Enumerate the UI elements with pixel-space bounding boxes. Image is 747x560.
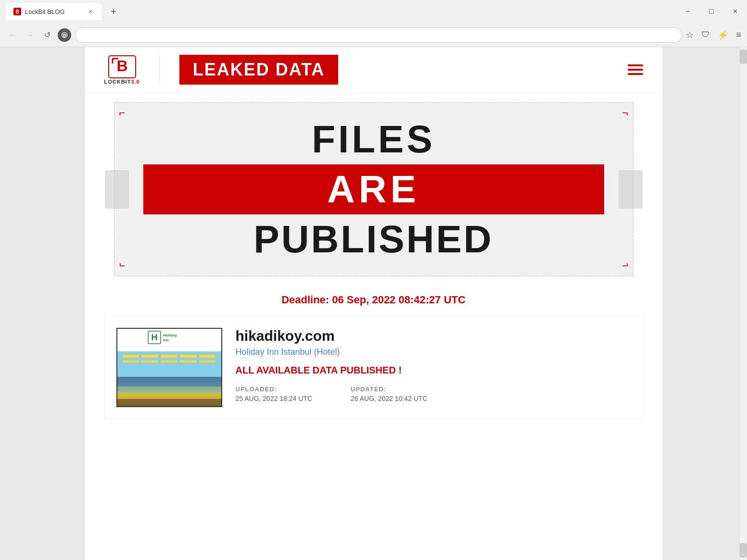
scrollbar-thumb-bottom[interactable] [740, 543, 747, 558]
updated-value: 26 AUG, 2022 10:42 UTC [351, 395, 428, 402]
target-image: H Holiday Inn [116, 328, 222, 407]
svg-text:H: H [151, 333, 157, 342]
side-decoration-left [105, 170, 129, 209]
nav-right-icons: ☆ 🛡 ⚡ ≡ [686, 30, 741, 40]
target-card: H Holiday Inn [104, 316, 643, 419]
bookmark-icon[interactable]: ☆ [686, 30, 694, 40]
extensions-icon[interactable]: ⚡ [718, 30, 728, 40]
shield-icon[interactable]: 🛡 [701, 30, 710, 40]
updated-meta: UPDATED: 26 AUG, 2022 10:42 UTC [351, 386, 428, 402]
tab-favicon: B [13, 8, 21, 15]
forward-icon: → [26, 31, 34, 39]
page-content-inner: B LOCKBIT3.0 LEAKED DATA [85, 47, 662, 560]
logo-text: LOCKBIT3.0 [104, 79, 140, 85]
menu-icon[interactable]: ≡ [736, 30, 741, 40]
address-bar[interactable] [75, 27, 682, 43]
uploaded-value: 25 AUG, 2022 18:24 UTC [236, 395, 313, 402]
svg-text:Inn: Inn [163, 338, 169, 342]
close-button[interactable]: × [729, 5, 741, 18]
target-description: Holiday Inn Istanbul (Hotel) [236, 347, 631, 357]
back-button[interactable]: ← [6, 28, 19, 42]
refresh-icon: ↺ [44, 30, 51, 39]
page-outer: B LOCKBIT3.0 LEAKED DATA [0, 47, 747, 560]
forward-button[interactable]: → [23, 28, 37, 42]
hamburger-line-2 [628, 69, 643, 71]
back-icon: ← [9, 31, 16, 39]
site-header: B LOCKBIT3.0 LEAKED DATA [85, 47, 662, 93]
hero-files: FILES [143, 117, 604, 162]
corner-bl: ⌐ [119, 261, 126, 271]
target-info: hikadikoy.com Holiday Inn Istanbul (Hote… [236, 328, 631, 402]
hotel-building-image [117, 351, 221, 407]
corner-tr: ⌐ [622, 108, 628, 118]
title-bar-right: − □ × [682, 5, 741, 18]
holiday-inn-logo: H Holiday Inn [148, 331, 191, 344]
uploaded-meta: UPLOADED: 25 AUG, 2022 18:24 UTC [236, 386, 313, 402]
building-windows [117, 351, 221, 366]
target-meta: UPLOADED: 25 AUG, 2022 18:24 UTC UPDATED… [236, 386, 631, 402]
svg-text:Holiday: Holiday [163, 333, 177, 337]
tab-close-button[interactable]: × [87, 7, 94, 16]
deadline-section: Deadline: 06 Sep, 2022 08:42:27 UTC [85, 286, 662, 316]
browser-chrome: B LockBit BLOG × + − □ × ← → ↺ D [0, 0, 747, 47]
svg-text:B: B [116, 57, 127, 75]
target-status: ALL AVAILABLE DATA PUBLISHED ! [236, 365, 631, 376]
privacy-icon: D [58, 28, 71, 42]
title-bar: B LockBit BLOG × + − □ × [0, 0, 747, 23]
maximize-button[interactable]: □ [705, 5, 718, 18]
hero-published: PUBLISHED [143, 217, 604, 261]
hamburger-line-1 [628, 64, 643, 66]
uploaded-label: UPLOADED: [236, 386, 313, 393]
corner-tl: ⌐ [119, 108, 126, 118]
nav-bar: ← → ↺ D ☆ 🛡 ⚡ ≡ [0, 23, 747, 47]
tab-title: LockBit BLOG [25, 8, 83, 15]
leaked-data-banner: LEAKED DATA [179, 55, 339, 85]
refresh-button[interactable]: ↺ [40, 28, 54, 42]
scrollbar[interactable] [739, 47, 747, 560]
lockbit-logo-icon: B [108, 55, 137, 79]
hero-section: ⌐ ⌐ ⌐ ⌐ FILES ARE PUBLISHED [114, 102, 633, 276]
hamburger-line-3 [628, 73, 643, 75]
hero-are: ARE [143, 164, 604, 214]
minimize-button[interactable]: − [682, 5, 694, 18]
hamburger-menu[interactable] [628, 64, 643, 75]
updated-label: UPDATED: [351, 386, 428, 393]
hotel-logo-area: H Holiday Inn [117, 329, 221, 347]
title-bar-left: B LockBit BLOG × + [6, 3, 121, 20]
svg-text:D: D [63, 33, 66, 38]
logo-area: B LOCKBIT3.0 [104, 55, 160, 85]
side-decoration-right [619, 170, 643, 209]
scrollbar-thumb-top[interactable] [740, 50, 747, 64]
corner-br: ⌐ [622, 261, 628, 271]
active-tab[interactable]: B LockBit BLOG × [6, 3, 102, 20]
target-domain[interactable]: hikadikoy.com [236, 328, 631, 344]
new-tab-button[interactable]: + [106, 4, 121, 19]
